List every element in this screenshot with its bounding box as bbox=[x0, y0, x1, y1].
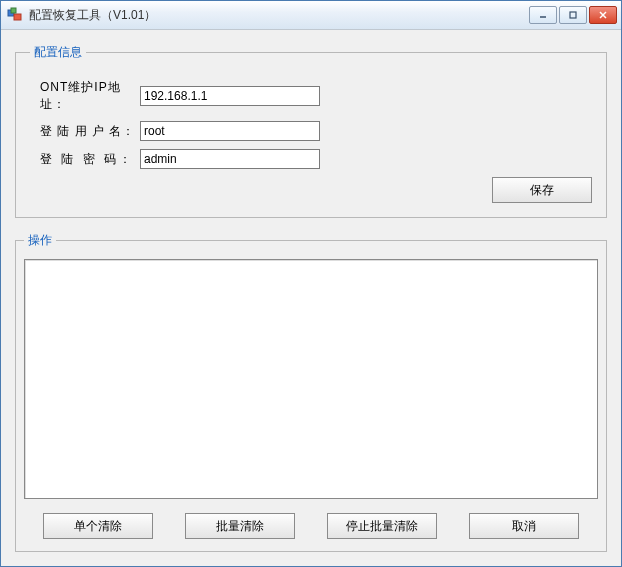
app-window: 配置恢复工具（V1.01） 配置信息 ONT维护IP地址： bbox=[0, 0, 622, 567]
log-textarea[interactable] bbox=[24, 259, 598, 499]
window-title: 配置恢复工具（V1.01） bbox=[29, 7, 529, 24]
close-button[interactable] bbox=[589, 6, 617, 24]
batch-clear-button[interactable]: 批量清除 bbox=[185, 513, 295, 539]
maximize-button[interactable] bbox=[559, 6, 587, 24]
client-area: 配置信息 ONT维护IP地址： 登 陆 用 户 名： 登 陆 密 码： 保存 操… bbox=[1, 30, 621, 566]
ops-group: 操作 单个清除 批量清除 停止批量清除 取消 bbox=[15, 232, 607, 552]
user-row: 登 陆 用 户 名： bbox=[30, 121, 592, 141]
minimize-button[interactable] bbox=[529, 6, 557, 24]
svg-rect-1 bbox=[14, 14, 21, 20]
pwd-label: 登 陆 密 码： bbox=[30, 151, 140, 168]
pwd-input[interactable] bbox=[140, 149, 320, 169]
pwd-row: 登 陆 密 码： bbox=[30, 149, 592, 169]
stop-batch-button[interactable]: 停止批量清除 bbox=[327, 513, 437, 539]
window-controls bbox=[529, 6, 617, 24]
user-label: 登 陆 用 户 名： bbox=[30, 123, 140, 140]
config-group: 配置信息 ONT维护IP地址： 登 陆 用 户 名： 登 陆 密 码： 保存 bbox=[15, 44, 607, 218]
ops-legend: 操作 bbox=[24, 232, 56, 249]
button-row: 单个清除 批量清除 停止批量清除 取消 bbox=[24, 513, 598, 539]
save-row: 保存 bbox=[30, 177, 592, 203]
titlebar: 配置恢复工具（V1.01） bbox=[1, 1, 621, 30]
user-input[interactable] bbox=[140, 121, 320, 141]
single-clear-button[interactable]: 单个清除 bbox=[43, 513, 153, 539]
svg-rect-2 bbox=[11, 8, 16, 13]
config-legend: 配置信息 bbox=[30, 44, 86, 61]
svg-rect-4 bbox=[570, 12, 576, 18]
ip-input[interactable] bbox=[140, 86, 320, 106]
ip-label: ONT维护IP地址： bbox=[30, 79, 140, 113]
ip-row: ONT维护IP地址： bbox=[30, 79, 592, 113]
app-icon bbox=[7, 7, 23, 23]
save-button[interactable]: 保存 bbox=[492, 177, 592, 203]
cancel-button[interactable]: 取消 bbox=[469, 513, 579, 539]
